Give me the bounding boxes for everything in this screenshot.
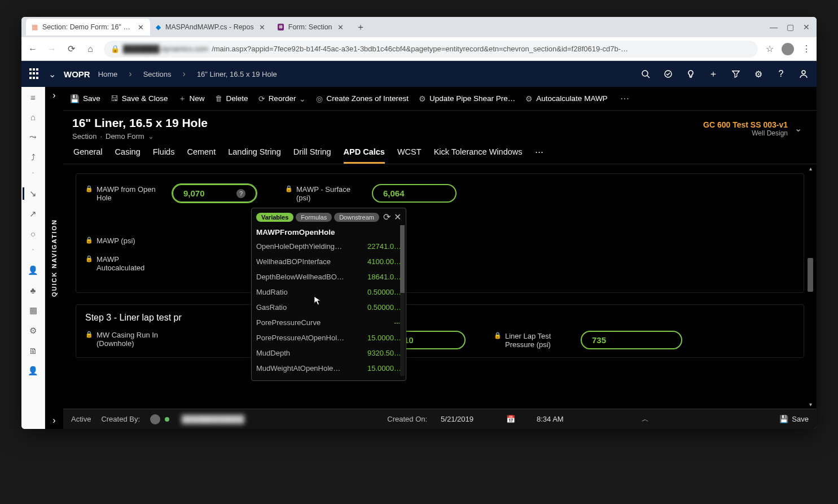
rail-grid-icon[interactable]: ▦ (29, 305, 37, 315)
scroll-thumb[interactable] (808, 258, 813, 292)
help-icon[interactable]: ? (776, 69, 786, 79)
footer-save-button[interactable]: 💾 Save (779, 415, 809, 423)
variable-row[interactable]: MudRatio0.50000… (256, 284, 401, 300)
variable-row[interactable]: DepthBelowWellheadBO…18641.0… (256, 269, 401, 284)
search-icon[interactable] (640, 69, 651, 79)
scroll-down-icon[interactable]: ▾ (808, 401, 813, 407)
liner-lap-field[interactable]: 735 (581, 331, 682, 349)
autocalc-button[interactable]: ⚙Autocalculate MAWP (525, 94, 607, 103)
variable-row[interactable]: GasRatio0.50000… (256, 300, 401, 315)
tab-casing[interactable]: Casing (115, 147, 141, 164)
variable-row[interactable]: OpenHoleDepthYielding…22741.0… (256, 239, 401, 254)
reload-icon[interactable]: ⟳ (65, 43, 77, 54)
tab-general[interactable]: General (73, 147, 103, 164)
breadcrumb-item[interactable]: Sections (143, 70, 172, 78)
chevron-down-icon[interactable]: ⌄ (795, 123, 802, 134)
create-zones-button[interactable]: ◎Create Zones of Interest (316, 94, 409, 103)
close-icon[interactable]: ✕ (137, 23, 144, 31)
rail-home-icon[interactable]: ⌂ (30, 112, 36, 122)
minimize-button[interactable]: — (770, 23, 778, 32)
rail-user-icon[interactable]: 👤 (28, 366, 38, 376)
app-launcher-icon[interactable] (29, 68, 41, 80)
save-button[interactable]: 💾Save (70, 94, 100, 103)
popup-tab-variables[interactable]: Variables (256, 213, 293, 222)
add-icon[interactable]: ＋ (708, 69, 718, 79)
more-tabs-icon[interactable]: ⋯ (535, 147, 543, 164)
close-icon[interactable]: ✕ (337, 23, 345, 31)
calendar-icon[interactable]: 📅 (506, 415, 515, 423)
tab-title: Section: Demo Form: 16" Liner, 1… (42, 23, 132, 31)
chevron-down-icon[interactable]: ⌄ (49, 69, 56, 80)
tab-apd-calcs[interactable]: APD Calcs (344, 147, 385, 164)
rail-wells-icon[interactable]: ⤴ (31, 152, 36, 162)
close-window-button[interactable]: ✕ (803, 23, 810, 32)
vertical-scrollbar[interactable]: ▴ ▾ (808, 168, 813, 405)
url-input[interactable]: 🔒 ███████.dynamics.com /main.aspx?appid=… (104, 41, 758, 58)
back-icon[interactable]: ← (27, 44, 38, 54)
menu-icon[interactable]: ⋮ (802, 43, 811, 54)
chevron-up-icon[interactable]: ︿ (642, 414, 649, 424)
rail-circle-icon[interactable]: ○ (30, 229, 36, 239)
rail-org-icon[interactable]: ♣ (30, 286, 36, 295)
idea-icon[interactable] (686, 69, 696, 79)
tab-cement[interactable]: Cement (187, 147, 216, 164)
variable-row[interactable]: PorePressureCurve--- (256, 315, 401, 330)
browser-tab[interactable]: ⵌ Form: Section ✕ (272, 19, 350, 36)
profile-icon[interactable] (782, 43, 794, 55)
lock-icon: 🔒 (111, 45, 120, 53)
reorder-button[interactable]: ⟳Reorder⌄ (258, 94, 306, 103)
delete-button[interactable]: 🗑Delete (215, 94, 248, 103)
maximize-button[interactable]: ▢ (787, 23, 794, 32)
filter-icon[interactable] (731, 69, 741, 79)
refresh-icon[interactable]: ⟳ (383, 212, 391, 222)
rail-trajectory-icon[interactable]: ⤳ (29, 132, 37, 142)
popup-tab-formulas[interactable]: Formulas (296, 213, 332, 222)
variable-row[interactable]: MudDepth9320.50… (256, 345, 401, 361)
tab-wcst[interactable]: WCST (397, 147, 422, 164)
related-record-link[interactable]: GC 600 Test SS 003-v1 (703, 120, 788, 129)
close-icon[interactable]: ✕ (394, 212, 401, 222)
expand-icon[interactable]: › (52, 415, 55, 426)
variable-row[interactable]: MudWeightAtOpenHole…15.0000… (256, 361, 401, 376)
popup-scrollbar[interactable] (400, 225, 405, 376)
new-tab-button[interactable]: ＋ (353, 19, 368, 35)
gear-icon[interactable]: ⚙ (753, 69, 764, 79)
rail-line-icon[interactable]: ↗ (29, 209, 37, 219)
rail-settings-icon[interactable]: ⚙ (29, 326, 37, 336)
save-close-button[interactable]: 🖫Save & Close (111, 94, 168, 103)
rail-person-icon[interactable]: 👤 (28, 265, 38, 275)
chevron-down-icon[interactable]: ⌄ (148, 132, 154, 141)
tab-landing-string[interactable]: Landing String (228, 147, 281, 164)
rail-menu-icon[interactable]: ≡ (30, 93, 36, 102)
tab-kick-tolerance[interactable]: Kick Tolerance Windows (434, 147, 523, 164)
variable-row[interactable]: WellheadBOPInterface4100.00… (256, 254, 401, 269)
breadcrumb-item[interactable]: Home (98, 70, 118, 78)
form-selector[interactable]: Demo Form (106, 132, 144, 141)
popup-tab-downstream[interactable]: Downstream (334, 213, 379, 222)
user-icon[interactable] (798, 69, 809, 79)
mawp-surface-field[interactable]: 6,064 (372, 184, 457, 203)
more-commands-icon[interactable]: ⋯ (620, 93, 629, 104)
scroll-up-icon[interactable]: ▴ (808, 165, 813, 172)
forward-icon[interactable]: → (46, 44, 58, 54)
bookmark-icon[interactable]: ☆ (766, 43, 774, 54)
task-icon[interactable] (663, 69, 673, 79)
update-pipe-button[interactable]: ⚙Update Pipe Shear Pre… (419, 94, 515, 103)
tab-fluids[interactable]: Fluids (153, 147, 175, 164)
mawp-open-hole-field[interactable]: 9,070 ? (172, 184, 257, 203)
page-title: 16" Liner, 16.5 x 19 Hole (72, 116, 208, 130)
rail-collapse-icon[interactable]: ˆ (32, 172, 34, 178)
save-icon: 💾 (779, 415, 788, 423)
browser-tab[interactable]: ▦ Section: Demo Form: 16" Liner, 1… ✕ (26, 19, 150, 36)
variable-row[interactable]: PorePressureAtOpenHol…15.0000… (256, 330, 401, 345)
rail-selected-icon[interactable]: ↘ (29, 189, 37, 199)
browser-tab[interactable]: ◆ MASPAndMAWP.cs - Repos ✕ (150, 19, 272, 36)
rail-doc-icon[interactable]: 🗎 (29, 346, 37, 356)
rail-collapse-icon[interactable]: ˆ (32, 249, 34, 255)
new-button[interactable]: ＋New (178, 94, 205, 104)
help-icon[interactable]: ? (236, 189, 245, 198)
expand-icon[interactable]: › (52, 90, 55, 100)
home-icon[interactable]: ⌂ (85, 44, 96, 54)
tab-drill-string[interactable]: Drill String (293, 147, 331, 164)
close-icon[interactable]: ✕ (258, 23, 266, 31)
